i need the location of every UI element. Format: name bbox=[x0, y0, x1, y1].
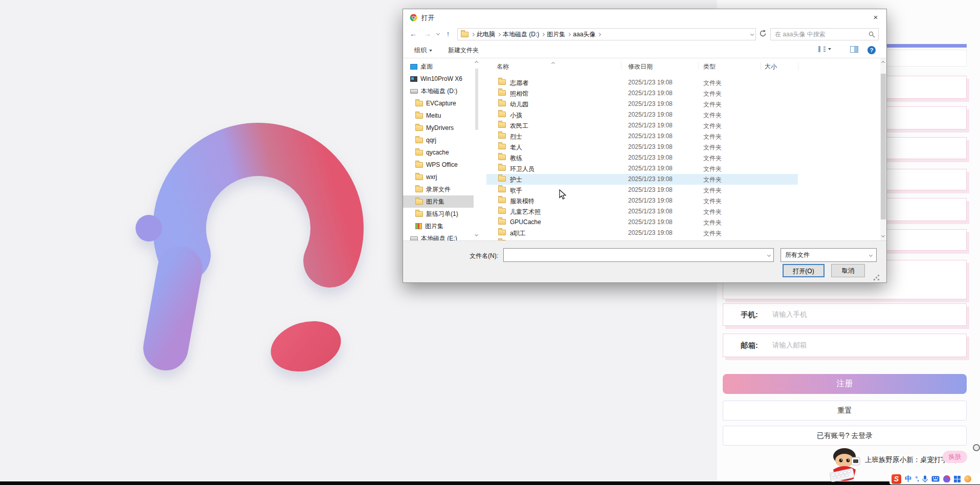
toolbox-grid-icon[interactable] bbox=[954, 476, 961, 482]
scroll-down-icon[interactable] bbox=[881, 234, 885, 237]
history-chevron-icon[interactable] bbox=[436, 32, 440, 35]
table-row[interactable]: 教练 2025/1/23 19:08 文件夹 bbox=[486, 152, 798, 163]
address-dropdown-icon[interactable] bbox=[750, 32, 754, 36]
skin-paw-icon[interactable] bbox=[943, 475, 950, 482]
reset-button[interactable]: 重置 bbox=[723, 401, 967, 421]
phone-input[interactable]: 请输入手机 bbox=[772, 310, 807, 319]
back-button[interactable]: ← bbox=[407, 28, 419, 40]
scroll-down-icon[interactable] bbox=[475, 233, 478, 236]
dialog-title: 打开 bbox=[421, 14, 434, 23]
table-row[interactable]: 烈士 2025/1/23 19:08 文件夹 bbox=[486, 131, 798, 142]
dialog-title-bar[interactable]: 打开 × bbox=[403, 9, 886, 26]
breadcrumb-item[interactable]: 图片集 bbox=[544, 30, 568, 39]
desktop-pet-widget[interactable]: 上班族野原小新：桌宠打字跟随 换肤 bbox=[826, 444, 980, 475]
list-scroll-thumb[interactable] bbox=[881, 74, 886, 219]
combo-dropdown-icon[interactable] bbox=[767, 253, 771, 257]
tree-item[interactable]: Meitu bbox=[403, 109, 474, 122]
email-input[interactable]: 请输入邮箱 bbox=[772, 341, 807, 350]
tree-item[interactable]: 录屏文件 bbox=[403, 183, 474, 195]
tree-item[interactable]: 新练习单(1) bbox=[403, 208, 474, 220]
table-row[interactable]: 环卫人员 2025/1/23 19:08 文件夹 bbox=[486, 163, 798, 174]
tree-item[interactable]: 本地磁盘 (D:) bbox=[403, 85, 474, 97]
table-row[interactable]: 农民工 2025/1/23 19:08 文件夹 bbox=[486, 120, 798, 131]
close-icon[interactable]: × bbox=[870, 12, 881, 23]
table-row[interactable]: 护士 2025/1/23 19:08 文件夹 bbox=[486, 174, 798, 185]
column-header-name[interactable]: 名称 bbox=[497, 62, 509, 71]
scroll-up-icon[interactable] bbox=[475, 61, 478, 64]
emoji-icon[interactable] bbox=[964, 475, 971, 482]
filename-combo[interactable] bbox=[503, 248, 774, 262]
breadcrumb-item[interactable]: 此电脑 bbox=[474, 30, 498, 39]
resize-grip[interactable] bbox=[878, 275, 879, 276]
preview-pane-icon bbox=[850, 46, 858, 53]
phone-field[interactable]: 手机: 请输入手机 bbox=[723, 303, 967, 326]
table-row[interactable]: 志愿者 2025/1/23 19:08 文件夹 bbox=[486, 77, 798, 88]
file-type: 文件夹 bbox=[703, 133, 722, 141]
breadcrumb-item[interactable]: 本地磁盘 (D:) bbox=[500, 30, 542, 39]
table-row[interactable]: 小孩 2025/1/23 19:08 文件夹 bbox=[486, 109, 798, 120]
file-name: 服装模特 bbox=[510, 197, 534, 206]
help-button[interactable]: ? bbox=[867, 46, 876, 54]
preview-pane-button[interactable] bbox=[850, 46, 858, 53]
open-button[interactable]: 打开(O) bbox=[783, 264, 825, 277]
file-rows: 志愿者 2025/1/23 19:08 文件夹 照相馆 2025/1/23 19… bbox=[486, 77, 880, 238]
filetype-select[interactable]: 所有文件 bbox=[781, 248, 877, 262]
dialog-footer: 文件名(N): 所有文件 打开(O) 取消 bbox=[403, 240, 886, 282]
cancel-button[interactable]: 取消 bbox=[831, 264, 865, 277]
table-row[interactable]: 儿童艺术照 2025/1/23 19:08 文件夹 bbox=[486, 206, 798, 217]
up-button[interactable]: ↑ bbox=[442, 28, 454, 40]
microphone-icon[interactable] bbox=[922, 475, 928, 483]
table-row[interactable]: GPUCache 2025/1/23 19:08 文件夹 bbox=[486, 217, 798, 228]
tree-item[interactable]: 图片集 bbox=[403, 195, 474, 208]
ime-mode-chinese[interactable]: 中 bbox=[905, 474, 912, 483]
keyboard-icon[interactable] bbox=[931, 476, 940, 482]
tree-item[interactable]: wxrj bbox=[403, 171, 474, 183]
tree-item[interactable]: 桌面 bbox=[403, 60, 474, 73]
new-folder-button[interactable]: 新建文件夹 bbox=[448, 46, 479, 55]
column-header-date[interactable]: 修改日期 bbox=[628, 62, 653, 71]
list-scrollbar[interactable] bbox=[880, 58, 886, 240]
tree-scrollbar[interactable] bbox=[474, 58, 480, 240]
email-label: 邮箱: bbox=[741, 341, 772, 350]
filename-input[interactable] bbox=[506, 250, 762, 260]
table-row[interactable]: 幼儿园 2025/1/23 19:08 文件夹 bbox=[486, 99, 798, 109]
tree-item[interactable]: qqrj bbox=[403, 134, 474, 146]
organize-button[interactable]: 组织 bbox=[414, 46, 432, 55]
search-input[interactable] bbox=[771, 31, 868, 38]
folder-icon bbox=[498, 79, 506, 85]
table-row[interactable]: 服装模特 2025/1/23 19:08 文件夹 bbox=[486, 195, 798, 206]
forward-button[interactable]: → bbox=[421, 28, 434, 40]
tree-item[interactable]: MyDrivers bbox=[403, 122, 474, 134]
table-row[interactable]: 照相馆 2025/1/23 19:08 文件夹 bbox=[486, 88, 798, 99]
view-mode-button[interactable] bbox=[818, 46, 831, 52]
table-row[interactable]: a职工 2025/1/23 19:08 文件夹 bbox=[486, 228, 798, 238]
login-link-button[interactable]: 已有账号? 去登录 bbox=[723, 426, 967, 446]
table-row[interactable]: 歌手 2025/1/23 19:08 文件夹 bbox=[486, 185, 798, 195]
search-box[interactable] bbox=[770, 28, 879, 40]
breadcrumb-item[interactable]: aaa头像 bbox=[570, 30, 598, 39]
address-bar[interactable]: 此电脑 本地磁盘 (D:) 图片集 aaa头像 bbox=[457, 28, 756, 40]
widget-close-icon[interactable] bbox=[973, 444, 980, 451]
table-row[interactable]: 老人 2025/1/23 19:08 文件夹 bbox=[486, 142, 798, 152]
tree-item[interactable]: WPS Office bbox=[403, 159, 474, 171]
email-field[interactable]: 邮箱: 请输入邮箱 bbox=[723, 334, 967, 357]
column-header-size[interactable]: 大小 bbox=[765, 62, 777, 71]
sogou-logo-icon[interactable]: S bbox=[892, 474, 901, 484]
tree-item[interactable]: 图片集 bbox=[403, 220, 474, 232]
select-dropdown-icon bbox=[869, 253, 873, 257]
folder-icon bbox=[415, 101, 423, 106]
refresh-icon[interactable] bbox=[759, 30, 767, 37]
file-date: 2025/1/23 19:08 bbox=[628, 100, 673, 107]
ime-toolbar[interactable]: S 中 °, bbox=[889, 473, 980, 484]
tree-item[interactable]: qycache bbox=[403, 146, 474, 159]
change-skin-button[interactable]: 换肤 bbox=[943, 451, 967, 463]
tree-item[interactable]: 本地磁盘 (E:) bbox=[403, 232, 474, 240]
tree-item[interactable]: Win10ProW X6 bbox=[403, 73, 474, 85]
register-button[interactable]: 注册 bbox=[723, 374, 967, 394]
column-header-type[interactable]: 类型 bbox=[703, 62, 716, 71]
tree-item[interactable]: EVCapture bbox=[403, 97, 474, 109]
tree-scroll-thumb[interactable] bbox=[475, 69, 478, 130]
scroll-up-icon[interactable] bbox=[881, 61, 885, 64]
file-date: 2025/1/23 19:08 bbox=[628, 186, 673, 193]
ime-punctuation-icon[interactable]: °, bbox=[916, 475, 919, 482]
